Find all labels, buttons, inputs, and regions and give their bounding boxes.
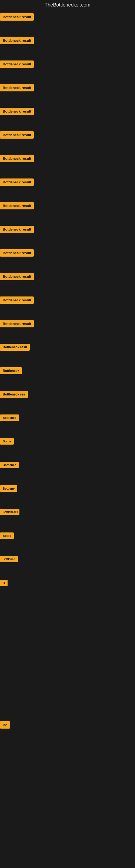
bottleneck-badge-23[interactable]: Bottlenec	[0, 556, 18, 562]
bottleneck-badge-3[interactable]: Bottleneck result	[0, 84, 34, 91]
bottleneck-row-15: Bottleneck	[0, 365, 135, 389]
page-container: TheBottlenecker.com Bottleneck resultBot…	[0, 0, 135, 861]
bottleneck-row-14: Bottleneck resu	[0, 341, 135, 365]
bottleneck-row-10: Bottleneck result	[0, 247, 135, 271]
bottleneck-badge-19[interactable]: Bottlenec	[0, 462, 19, 468]
bottleneck-row-8: Bottleneck result	[0, 200, 135, 223]
bottleneck-row-16: Bottleneck res	[0, 389, 135, 412]
bottleneck-badge-0[interactable]: Bottleneck result	[0, 13, 34, 21]
bottleneck-row-13: Bottleneck result	[0, 318, 135, 341]
bottleneck-badge-17[interactable]: Bottlenec	[0, 414, 19, 421]
bottleneck-badge-9[interactable]: Bottleneck result	[0, 226, 34, 233]
bottleneck-row-3: Bottleneck result	[0, 82, 135, 105]
bottleneck-badge-18[interactable]: Bottle	[0, 438, 14, 444]
bottleneck-badge-24[interactable]: B	[0, 580, 8, 586]
bottleneck-badge-22[interactable]: Bottle	[0, 532, 14, 539]
bottleneck-row-11: Bottleneck result	[0, 271, 135, 294]
bottleneck-badge-13[interactable]: Bottleneck result	[0, 320, 34, 328]
bottleneck-row-18: Bottle	[0, 436, 135, 460]
bottleneck-row-2: Bottleneck result	[0, 58, 135, 82]
bottleneck-row-29	[0, 695, 135, 719]
bottleneck-badge-20[interactable]: Bottlene	[0, 485, 17, 492]
bottleneck-badge-21[interactable]: Bottleneck r	[0, 509, 19, 515]
bottleneck-row-12: Bottleneck result	[0, 294, 135, 318]
bottleneck-row-35	[0, 837, 135, 861]
bottleneck-badge-30[interactable]: Bo	[0, 721, 10, 728]
bottleneck-row-21: Bottleneck r	[0, 507, 135, 530]
bottleneck-badge-10[interactable]: Bottleneck result	[0, 249, 34, 257]
site-title: TheBottlenecker.com	[0, 0, 135, 11]
bottleneck-badge-11[interactable]: Bottleneck result	[0, 273, 34, 280]
bottleneck-row-4: Bottleneck result	[0, 105, 135, 129]
bottleneck-row-33	[0, 790, 135, 813]
bottleneck-row-32	[0, 766, 135, 790]
bottleneck-row-24: B	[0, 578, 135, 601]
bottleneck-badge-6[interactable]: Bottleneck result	[0, 155, 34, 162]
bottleneck-row-25	[0, 601, 135, 625]
bottleneck-badge-2[interactable]: Bottleneck result	[0, 61, 34, 68]
bottleneck-row-23: Bottlenec	[0, 554, 135, 578]
bottleneck-badge-8[interactable]: Bottleneck result	[0, 202, 34, 209]
bottleneck-badge-12[interactable]: Bottleneck result	[0, 297, 34, 304]
bottleneck-row-6: Bottleneck result	[0, 153, 135, 176]
bottleneck-row-20: Bottlene	[0, 483, 135, 507]
bottleneck-badge-14[interactable]: Bottleneck resu	[0, 344, 30, 351]
bottleneck-badge-4[interactable]: Bottleneck result	[0, 108, 34, 115]
bottleneck-row-26	[0, 625, 135, 648]
bottleneck-badge-1[interactable]: Bottleneck result	[0, 37, 34, 44]
bottleneck-row-30: Bo	[0, 719, 135, 743]
bottleneck-row-9: Bottleneck result	[0, 223, 135, 247]
bottleneck-row-34	[0, 813, 135, 837]
bottleneck-row-31	[0, 743, 135, 766]
bottleneck-row-17: Bottlenec	[0, 412, 135, 436]
bottleneck-badge-16[interactable]: Bottleneck res	[0, 391, 28, 398]
bottleneck-row-0: Bottleneck result	[0, 11, 135, 35]
bottleneck-list: Bottleneck resultBottleneck resultBottle…	[0, 11, 135, 861]
bottleneck-badge-5[interactable]: Bottleneck result	[0, 131, 34, 138]
bottleneck-badge-15[interactable]: Bottleneck	[0, 367, 22, 374]
bottleneck-row-27	[0, 648, 135, 672]
bottleneck-row-28	[0, 672, 135, 695]
bottleneck-badge-7[interactable]: Bottleneck result	[0, 179, 34, 186]
bottleneck-row-7: Bottleneck result	[0, 176, 135, 200]
bottleneck-row-22: Bottle	[0, 530, 135, 554]
bottleneck-row-5: Bottleneck result	[0, 129, 135, 153]
bottleneck-row-1: Bottleneck result	[0, 35, 135, 58]
bottleneck-row-19: Bottlenec	[0, 460, 135, 483]
